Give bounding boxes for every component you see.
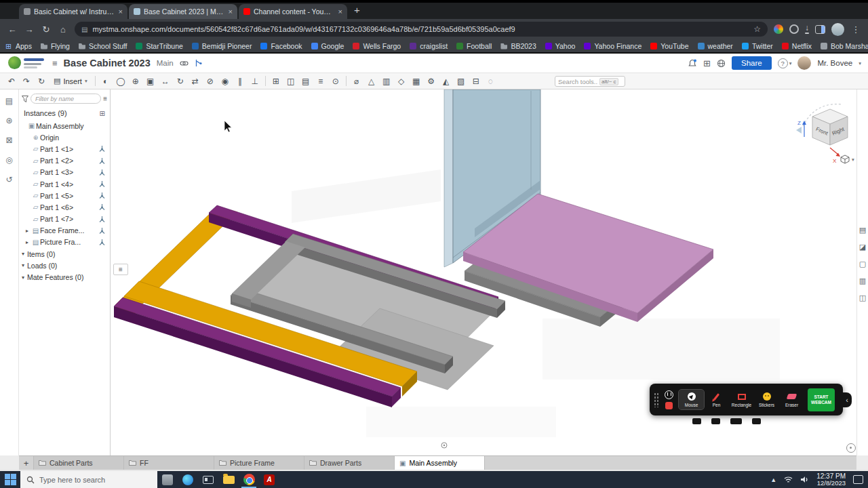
toolbar-icon[interactable] <box>346 76 347 86</box>
search-tools-input[interactable] <box>558 78 597 85</box>
expand-arrow-icon[interactable]: ▾ <box>22 274 27 281</box>
toolbar-icon[interactable]: ◌ <box>484 75 498 87</box>
toolbar-icon[interactable]: ∥ <box>233 75 248 87</box>
recorder-tool[interactable]: Eraser <box>779 390 804 409</box>
tree-row[interactable]: Origin <box>19 131 110 143</box>
bookmark-item[interactable]: Flying <box>41 42 70 50</box>
workspace-name[interactable]: Main <box>157 59 174 67</box>
document-tab[interactable]: ▣ Picture Frame <box>214 456 304 470</box>
toolbar-icon[interactable]: ↔ <box>158 75 173 87</box>
tree-row[interactable]: ▾ Mate Features (0) <box>19 271 110 283</box>
toolbar-icon[interactable]: ≡ <box>313 75 328 87</box>
tree-row[interactable]: ▾ Items (0) <box>19 248 110 260</box>
tab-close-icon[interactable]: × <box>119 7 123 16</box>
bookmark-item[interactable]: Twitter <box>742 42 773 50</box>
toolbar-icon[interactable]: ▥ <box>379 75 394 87</box>
user-name[interactable]: Mr. Bovee <box>817 59 852 67</box>
instances-options-icon[interactable]: ⊞ <box>100 110 105 117</box>
side-panel-icon[interactable] <box>815 25 825 34</box>
new-tab-button[interactable]: + <box>354 4 360 16</box>
extension-icon-2[interactable] <box>789 24 799 34</box>
toolbar-icon[interactable]: ↻ <box>34 75 49 87</box>
bookmark-item[interactable]: Yahoo <box>545 42 576 50</box>
toolbar-icon[interactable]: ▧ <box>454 75 469 87</box>
tree-row[interactable]: ▾ Loads (0) <box>19 260 110 271</box>
collapse-toolbar-icon[interactable]: ‹ <box>842 392 852 407</box>
toolbar-icon[interactable]: ⇄ <box>188 75 203 87</box>
document-tab[interactable]: ▣ Drawer Parts <box>304 456 395 470</box>
bookmark-item[interactable]: Netflix <box>782 42 812 50</box>
tab-close-icon[interactable]: × <box>229 7 233 16</box>
bookmark-item[interactable]: Bemidji Pioneer <box>192 42 252 50</box>
dock-item[interactable] <box>711 418 720 424</box>
recorder-tool[interactable]: Stickers <box>754 390 779 409</box>
toolbar-icon[interactable]: ↶ <box>4 75 19 87</box>
bookmark-item[interactable]: Google <box>311 42 344 50</box>
dock-item[interactable] <box>730 418 742 424</box>
panel-icon[interactable]: ↺ <box>5 175 12 184</box>
action-center-icon[interactable] <box>853 475 863 484</box>
dock-item[interactable] <box>752 418 761 424</box>
site-info-icon[interactable]: ▤ <box>81 26 87 33</box>
network-icon[interactable] <box>784 476 793 483</box>
bookmark-item[interactable]: Yahoo Finance <box>584 42 642 50</box>
acrobat-icon[interactable] <box>259 471 279 488</box>
pause-button[interactable] <box>665 390 673 399</box>
expand-arrow-icon[interactable]: ▾ <box>22 251 27 257</box>
expand-arrow-icon[interactable]: ▸ <box>26 239 31 245</box>
toolbar-icon[interactable]: ◫ <box>283 75 298 87</box>
mate-connector-icon[interactable] <box>98 203 106 211</box>
toolbar-icon[interactable]: ⌀ <box>349 75 364 87</box>
panel-icon[interactable]: ▤ <box>859 226 866 235</box>
bookmark-item[interactable]: BB2023 <box>500 42 536 50</box>
bookmark-star-icon[interactable]: ☆ <box>753 24 761 34</box>
volume-icon[interactable] <box>800 476 809 483</box>
forward-icon[interactable]: → <box>24 24 35 35</box>
pinned-app-icon[interactable] <box>157 471 178 488</box>
filter-funnel-icon[interactable] <box>22 96 28 102</box>
toolbar-icon[interactable]: ▦ <box>409 75 424 87</box>
reload-icon[interactable]: ↻ <box>41 24 52 35</box>
bookmark-item[interactable]: YouTube <box>650 42 688 50</box>
panel-icon[interactable]: ▤ <box>5 96 13 106</box>
toolbar-icon[interactable]: ⊙ <box>328 75 343 87</box>
tree-row[interactable]: ▸ Face Frame... <box>19 225 110 237</box>
expand-arrow-icon[interactable]: ▾ <box>22 262 27 268</box>
toolbar-icon[interactable]: ◯ <box>113 75 128 87</box>
share-grid-icon[interactable]: ⊞ <box>703 58 711 68</box>
search-tools[interactable]: alt/~ c <box>555 76 625 87</box>
toolbar-icon[interactable]: ◐ <box>98 75 113 87</box>
add-tab-button[interactable]: + <box>19 456 34 470</box>
url-bar[interactable]: ▤ mystma.onshape.com/documents/560542f82… <box>75 22 768 37</box>
stop-record-button[interactable] <box>665 402 673 409</box>
document-tab[interactable]: ▣ Main Assembly <box>395 456 485 470</box>
tree-row[interactable]: Part 1 <5> <box>19 190 110 201</box>
browser-tab[interactable]: Base Cabinet 2023 | Main Asse... × <box>129 4 237 19</box>
branch-icon[interactable] <box>195 59 202 67</box>
toolbar-icon[interactable]: ▤ <box>298 75 313 87</box>
mate-connector-icon[interactable] <box>98 216 106 223</box>
toolbar-icon[interactable]: ⊘ <box>203 75 218 87</box>
panel-icon[interactable]: ⊛ <box>5 116 12 125</box>
recording-toolbar[interactable]: Mouse Pen Rectangle Stickers <box>650 384 843 415</box>
tree-row[interactable]: Part 1 <4> <box>19 178 110 190</box>
toolbar-icon[interactable]: ⊥ <box>248 75 262 87</box>
mate-connector-icon[interactable] <box>98 145 106 152</box>
home-icon[interactable]: ⌂ <box>58 24 68 35</box>
dock-item[interactable] <box>692 418 701 424</box>
document-title[interactable]: Base Cabinet 2023 <box>64 58 151 68</box>
bookmark-item[interactable]: Facebook <box>260 42 302 50</box>
bookmark-item[interactable]: StarTribune <box>136 42 182 50</box>
panel-icon[interactable]: ◪ <box>859 243 866 251</box>
start-button[interactable] <box>0 471 20 488</box>
tree-row[interactable]: Part 1 <3> <box>19 167 110 178</box>
panel-icon[interactable]: ◎ <box>5 155 12 165</box>
toolbar-icon[interactable]: ▣ <box>143 75 158 87</box>
bookmark-item[interactable]: School Stuff <box>79 42 127 50</box>
recorder-tool[interactable]: Mouse <box>679 390 704 409</box>
bookmark-item[interactable]: craigslist <box>410 42 448 50</box>
tab-close-icon[interactable]: × <box>338 7 342 16</box>
taskbar-clock[interactable]: 12:37 PM 12/8/2023 <box>816 472 846 487</box>
toolbar-icon[interactable]: ↷ <box>19 75 34 87</box>
insert-button[interactable]: ▤ Insert ▾ <box>49 75 92 88</box>
